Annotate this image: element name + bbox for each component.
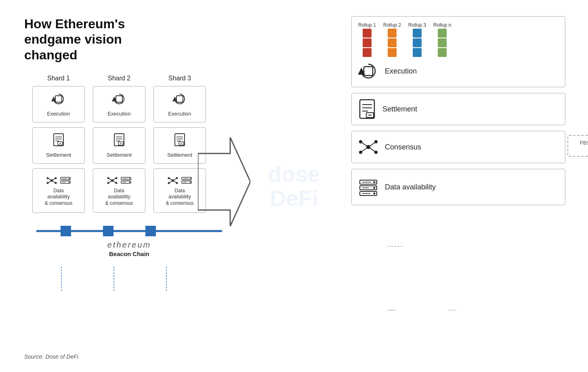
- ethereum-logo-text: ethereum: [32, 240, 226, 250]
- right-settlement-icon: [358, 99, 376, 119]
- settlement-icon-3: [173, 133, 186, 150]
- rollup-3-block-3: [413, 48, 422, 57]
- beacon-square-1: [61, 226, 71, 236]
- svg-rect-0: [55, 96, 62, 102]
- rollup-1-chain: Rollup 1: [358, 22, 376, 57]
- rollup-3-chain: Rollup 3: [408, 22, 426, 57]
- shard3-execution-label: Execution: [168, 111, 191, 117]
- right-execution-row: Execution: [358, 61, 559, 81]
- svg-point-86: [374, 181, 376, 183]
- shard2-da-box: Dataavailability& consensus: [93, 168, 145, 213]
- shard-labels: Shard 1 Shard 2 Shard 3: [32, 75, 226, 82]
- svg-line-59: [173, 181, 177, 183]
- svg-point-33: [69, 181, 70, 183]
- shard1-da-label: Dataavailability& consensus: [45, 188, 73, 207]
- pbs-box: PBS – "validator sharding": [567, 135, 588, 157]
- right-da-box: Data availability: [351, 169, 565, 205]
- rollup-1-label: Rollup 1: [358, 22, 376, 28]
- shard2-settlement-box: Settlement: [93, 127, 145, 164]
- execution-icon-2: [112, 92, 126, 109]
- shard3-execution-box: Execution: [153, 86, 206, 122]
- svg-point-32: [69, 178, 70, 179]
- beacon-square-2: [103, 226, 113, 236]
- beacon-chain-area: ethereum Beacon Chain: [32, 225, 226, 257]
- rollup-2-block-3: [388, 48, 397, 57]
- settlement-icon-2: [113, 133, 126, 150]
- svg-point-47: [129, 178, 130, 179]
- svg-line-43: [108, 181, 112, 183]
- shard2-da-label: Dataavailability& consensus: [105, 188, 133, 207]
- pbs-label: PBS – "validator sharding": [580, 140, 588, 152]
- svg-line-58: [169, 181, 173, 183]
- shard-2-label: Shard 2: [93, 75, 145, 82]
- shard1-execution-label: Execution: [47, 111, 70, 117]
- svg-rect-2: [176, 96, 183, 102]
- execution-icon-3: [172, 92, 187, 109]
- rollup-n-label: Rollup n: [433, 22, 451, 28]
- shard3-da-label: Dataavailability& consensus: [166, 188, 194, 207]
- right-execution-label: Execution: [385, 67, 417, 76]
- svg-line-27: [52, 178, 56, 181]
- source-text: Source: Dose of DeFi: [24, 353, 78, 360]
- shard-1-label: Shard 1: [32, 75, 85, 82]
- right-section: Rollup 1 Rollup 2 Rollup 3: [351, 16, 565, 211]
- svg-marker-66: [198, 137, 250, 226]
- consensus-area: Consensus PBS – "validator sharding": [351, 131, 565, 163]
- shard-3-label: Shard 3: [153, 75, 206, 82]
- svg-line-79: [361, 142, 368, 147]
- svg-point-48: [129, 181, 130, 183]
- rollup-n-block-3: [438, 48, 447, 57]
- main-title: How Ethereum's endgame vision changed: [24, 16, 153, 63]
- shard2-execution-label: Execution: [107, 111, 130, 117]
- svg-line-80: [368, 142, 376, 147]
- right-execution-icon: [358, 61, 378, 81]
- svg-point-62: [190, 178, 191, 179]
- svg-line-44: [112, 181, 116, 183]
- data-availability-area: Data availability + Data blob Data sampl…: [351, 169, 565, 205]
- shard1-da-box: Dataavailability& consensus: [32, 168, 85, 213]
- shard3-settlement-label: Settlement: [167, 152, 192, 158]
- svg-line-56: [169, 178, 173, 181]
- rollup-2-chain: Rollup 2: [383, 22, 401, 57]
- svg-rect-67: [364, 67, 373, 76]
- svg-point-87: [374, 187, 376, 189]
- rollup-n-chain: Rollup n: [433, 22, 451, 57]
- rollup-3-label: Rollup 3: [408, 22, 426, 28]
- shard1-settlement-label: Settlement: [46, 152, 71, 158]
- rollup-2-block-1: [388, 29, 397, 38]
- right-consensus-box: Consensus: [351, 131, 565, 163]
- svg-point-88: [374, 193, 376, 195]
- rollup-3-block-1: [413, 29, 422, 38]
- execution-icon-1: [51, 92, 66, 109]
- svg-line-29: [52, 181, 56, 183]
- svg-line-57: [173, 178, 177, 181]
- svg-line-42: [112, 178, 116, 181]
- svg-line-41: [108, 178, 112, 181]
- svg-line-82: [368, 147, 376, 152]
- beacon-square-3: [145, 226, 156, 236]
- svg-line-81: [361, 147, 368, 152]
- rollup-1-block-2: [363, 38, 372, 47]
- right-execution-box: Rollup 1 Rollup 2 Rollup 3: [351, 16, 565, 87]
- svg-line-28: [48, 181, 52, 183]
- da-icons-1: [46, 175, 71, 186]
- settlement-icon-1: [52, 133, 65, 150]
- da-consensus-row: Dataavailability& consensus: [32, 168, 226, 213]
- rollup-chains: Rollup 1 Rollup 2 Rollup 3: [358, 22, 559, 57]
- execution-row: Execution Execution: [32, 86, 226, 122]
- svg-point-63: [190, 181, 191, 183]
- shard1-execution-box: Execution: [32, 86, 85, 122]
- shard2-settlement-label: Settlement: [107, 152, 132, 158]
- left-section: How Ethereum's endgame vision changed Sh…: [24, 16, 226, 257]
- shard1-settlement-box: Settlement: [32, 127, 85, 164]
- svg-rect-1: [116, 96, 122, 102]
- rollup-2-label: Rollup 2: [383, 22, 401, 28]
- rollup-1-block-1: [363, 29, 372, 38]
- watermark: doseDeFi: [268, 162, 320, 210]
- right-da-icon: [358, 177, 378, 197]
- shard2-execution-box: Execution: [93, 86, 145, 122]
- rollup-n-block-2: [438, 38, 447, 47]
- da-icons-2: [107, 175, 132, 186]
- page: How Ethereum's endgame vision changed Sh…: [0, 0, 588, 372]
- right-da-label: Data availability: [385, 183, 436, 191]
